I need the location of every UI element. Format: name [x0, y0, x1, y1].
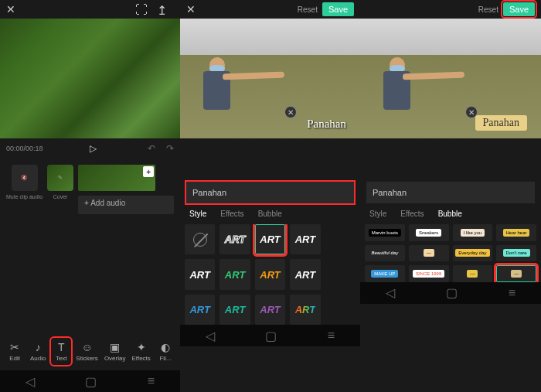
- bubble-option[interactable]: Sneakers: [409, 224, 449, 241]
- note-icon: ♪: [36, 341, 41, 353]
- upload-icon[interactable]: ↥: [157, 3, 169, 15]
- text-style-panel: ✕ Reset Save ✕ Panahan Style Effects Bub…: [180, 0, 360, 392]
- tab-style[interactable]: Style: [369, 210, 386, 218]
- style-option[interactable]: ART: [255, 295, 285, 325]
- bubble-option[interactable]: —: [409, 245, 449, 262]
- sticker-icon: ☺: [81, 341, 92, 353]
- topbar: ✕ Reset Save: [180, 0, 360, 19]
- bubble-grid: Marvin boots Sneakers I like you Hear he…: [360, 224, 541, 282]
- home-icon[interactable]: ▢: [446, 285, 458, 300]
- tool-filters[interactable]: ◐Fil...: [155, 338, 175, 365]
- style-option[interactable]: ART: [185, 259, 215, 289]
- bubble-option[interactable]: I like you: [453, 224, 493, 241]
- cover-button[interactable]: ✎ Cover: [47, 165, 73, 326]
- android-nav: ◁ ▢ ≡: [360, 282, 541, 304]
- mute-icon: 🔇: [21, 175, 28, 181]
- reset-button[interactable]: Reset: [298, 5, 318, 14]
- topbar: ✕ ⛶ ↥: [0, 0, 180, 19]
- cover-label: Cover: [53, 194, 68, 199]
- mute-label: Mute clip audio: [6, 194, 43, 199]
- timecode-text: 00:00/00:18: [6, 145, 43, 152]
- style-option[interactable]: ART: [290, 259, 320, 289]
- home-icon[interactable]: ▢: [85, 374, 97, 389]
- save-button[interactable]: Save: [322, 2, 354, 16]
- style-option[interactable]: ART: [255, 259, 285, 289]
- editor-panel: ✕ ⛶ ↥ 00:00/00:18 ▷ ↶ ↷ 🔇 Mute clip audi…: [0, 0, 180, 392]
- style-option[interactable]: ART: [219, 259, 250, 289]
- video-preview[interactable]: ✕ Panahan: [180, 19, 360, 138]
- bubble-option[interactable]: Hear hear: [496, 224, 536, 241]
- bubble-option-selected[interactable]: —: [496, 265, 536, 282]
- style-option[interactable]: ART: [185, 295, 215, 325]
- timeline-track[interactable]: + + Add audio: [78, 165, 174, 326]
- tab-style[interactable]: Style: [189, 210, 206, 218]
- clip-thumbnail[interactable]: +: [78, 165, 155, 191]
- text-input[interactable]: [186, 182, 354, 203]
- timecode-row: 00:00/00:18 ▷ ↶ ↷: [0, 138, 180, 159]
- tool-bar: ✂Edit ♪Audio TText ☺Stickers ▣Overlay ✦E…: [0, 332, 180, 370]
- style-tabs: Style Effects Bubble: [360, 203, 541, 224]
- tab-effects[interactable]: Effects: [220, 210, 243, 218]
- cover-icon: ✎: [58, 175, 63, 181]
- tool-text[interactable]: TText: [51, 338, 71, 365]
- tool-effects[interactable]: ✦Effects: [131, 338, 152, 365]
- recent-icon[interactable]: ≡: [509, 286, 515, 300]
- redo-icon[interactable]: ↷: [166, 143, 174, 154]
- text-overlay[interactable]: Panahan: [307, 118, 346, 131]
- undo-icon[interactable]: ↶: [148, 143, 155, 154]
- bubble-option[interactable]: Marvin boots: [365, 224, 405, 241]
- tool-overlay[interactable]: ▣Overlay: [103, 338, 128, 365]
- style-option[interactable]: ART: [219, 224, 250, 254]
- text-bubble-panel: Reset Save ✕ Panahan Style Effects Bubbl…: [360, 0, 541, 392]
- style-option[interactable]: ART: [219, 295, 250, 325]
- text-overlay[interactable]: Panahan: [475, 115, 527, 131]
- tab-bubble[interactable]: Bubble: [438, 210, 462, 218]
- tab-bubble[interactable]: Bubble: [258, 210, 282, 218]
- scissors-icon: ✂: [10, 341, 19, 353]
- tab-effects[interactable]: Effects: [400, 210, 424, 218]
- none-icon: [193, 233, 207, 247]
- timeline: 🔇 Mute clip audio ✎ Cover + + Add audio: [0, 159, 180, 332]
- add-audio-button[interactable]: + Add audio: [78, 196, 174, 214]
- back-icon[interactable]: ◁: [206, 329, 215, 343]
- add-clip-button[interactable]: +: [143, 166, 154, 177]
- bubble-option[interactable]: MAKE UP: [365, 265, 405, 282]
- android-nav: ◁ ▢ ≡: [180, 325, 360, 346]
- video-preview[interactable]: [0, 19, 180, 138]
- recent-icon[interactable]: ≡: [328, 329, 335, 343]
- overlay-icon: ▣: [110, 341, 120, 353]
- recent-icon[interactable]: ≡: [148, 374, 155, 388]
- bubble-option[interactable]: —: [453, 265, 493, 282]
- save-button[interactable]: Save: [503, 2, 535, 16]
- style-grid: ART ART ART ART ART ART ART ART ART ART …: [180, 224, 360, 325]
- back-icon[interactable]: ◁: [386, 285, 395, 300]
- close-icon[interactable]: ✕: [6, 3, 15, 15]
- style-tabs: Style Effects Bubble: [180, 203, 360, 224]
- tool-stickers[interactable]: ☺Stickers: [74, 338, 99, 365]
- filters-icon: ◐: [161, 341, 170, 353]
- bubble-option[interactable]: Beautiful day: [365, 245, 405, 262]
- bubble-option[interactable]: SINCE 1999: [409, 265, 449, 282]
- effects-icon: ✦: [137, 341, 146, 353]
- preview-frame: [0, 19, 180, 138]
- style-none[interactable]: [185, 224, 215, 254]
- text-input[interactable]: [366, 182, 535, 203]
- reset-button[interactable]: Reset: [478, 5, 498, 14]
- mute-clip-button[interactable]: 🔇 Mute clip audio: [6, 165, 43, 326]
- close-icon[interactable]: ✕: [186, 3, 196, 15]
- style-option[interactable]: ART: [290, 295, 320, 325]
- tool-edit[interactable]: ✂Edit: [5, 338, 25, 365]
- preview-frame: ✕ Panahan: [180, 19, 360, 138]
- style-option[interactable]: ART: [290, 224, 320, 254]
- bubble-option[interactable]: Everyday day: [453, 245, 493, 262]
- video-preview[interactable]: ✕ Panahan: [360, 19, 541, 138]
- expand-icon[interactable]: ⛶: [135, 3, 148, 15]
- home-icon[interactable]: ▢: [265, 329, 277, 343]
- back-icon[interactable]: ◁: [26, 374, 35, 389]
- style-option-selected[interactable]: ART: [255, 224, 285, 254]
- bubble-option[interactable]: Don't care: [496, 245, 536, 262]
- android-nav: ◁ ▢ ≡: [0, 370, 180, 392]
- tool-audio[interactable]: ♪Audio: [28, 338, 48, 365]
- play-icon[interactable]: ▷: [90, 143, 97, 154]
- delete-text-icon[interactable]: ✕: [284, 106, 297, 118]
